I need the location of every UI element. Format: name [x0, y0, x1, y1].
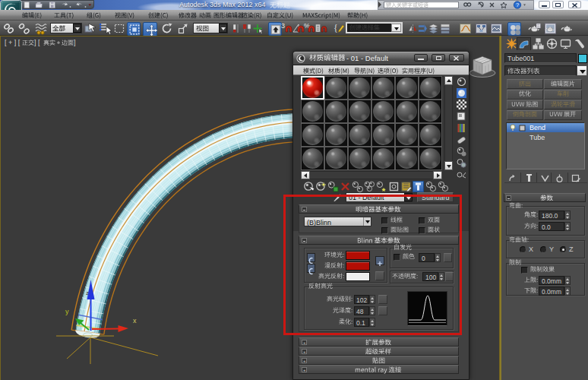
svg-text:z: z — [86, 290, 89, 296]
svg-text:y: y — [65, 308, 69, 315]
svg-text:x: x — [133, 317, 137, 325]
svg-text:?: ? — [516, 2, 519, 8]
svg-text:{: { — [334, 23, 338, 33]
svg-text:3: 3 — [281, 22, 285, 30]
